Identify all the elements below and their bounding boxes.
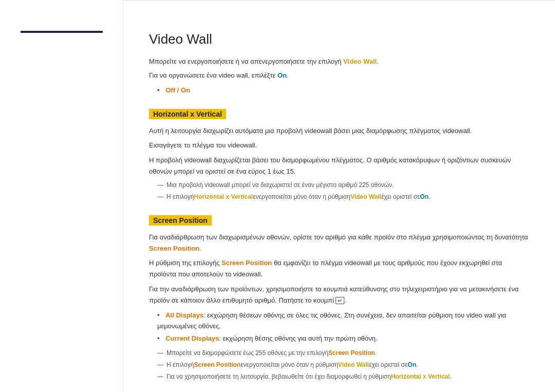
sp-p2-before: Η ρύθμιση της επιλογής xyxy=(149,259,221,267)
sp-p3-icon: ↵ xyxy=(336,297,344,304)
sp-current-highlight: Current Displays xyxy=(165,334,219,342)
hxv-note2-end-before: έχει οριστεί σε xyxy=(381,192,420,202)
section-format: Format Επιλέξτε τον τρόπο προβολής των ε… xyxy=(149,386,529,392)
sp-note3-after: . xyxy=(450,372,451,382)
sp-bullet-current: Current Displays: εκχώρηση θέσης οθόνης … xyxy=(157,333,529,344)
section-sp-note1: Μπορείτε να διαμορφώσετε έως 255 οθόνες … xyxy=(157,348,529,358)
intro-line2-before: Για να οργανώσετε ένα video wall, επιλέξ… xyxy=(149,71,278,79)
hxv-note2-middle: ενεργοποιείται μόνο όταν η ρύθμιση xyxy=(253,192,350,202)
section-hxv-p2: Εισαγάγετε το πλέγμα του videowall. xyxy=(149,140,529,151)
sp-all-after: : εκχώρηση θέσεων οθόνης σε όλες τις οθό… xyxy=(157,311,506,330)
hxv-note2-after: . xyxy=(429,192,430,202)
section-hxv-p1: Αυτή η λειτουργία διαχωρίζει αυτόματα μι… xyxy=(149,125,529,137)
sp-note2-middle: ενεργοποιείται μόνο όταν η ρύθμιση xyxy=(240,360,338,370)
sp-p2-highlight: Screen Position xyxy=(221,259,272,267)
intro-line1: Μπορείτε να ενεργοποιήσετε ή να απενεργο… xyxy=(149,57,529,67)
sp-p1-before: Για αναδιάρθρωση των διαχωρισμένων οθονώ… xyxy=(149,233,528,241)
sp-p3-text: Για την αναδιάρθρωση των προϊόντων, χρησ… xyxy=(149,285,519,304)
sp-note1-before: Μπορείτε να διαμορφώσετε έως 255 οθόνες … xyxy=(166,348,328,358)
sp-note1-highlight: Screen Position xyxy=(328,348,375,358)
sp-note2-end-before: έχει οριστεί σε xyxy=(369,360,408,370)
sp-all-highlight: All Displays xyxy=(165,311,203,319)
section-sp-p1: Για αναδιάρθρωση των διαχωρισμένων οθονώ… xyxy=(149,232,529,254)
sp-bullet-all: All Displays: εκχώρηση θέσεων οθόνης σε … xyxy=(157,310,529,332)
hxv-note2-before: Η επιλογή xyxy=(166,192,194,202)
section-sp-bullets: All Displays: εκχώρηση θέσεων οθόνης σε … xyxy=(157,310,529,344)
section-hxv: Horizontal x Vertical Αυτή η λειτουργία … xyxy=(149,100,529,202)
sidebar-accent xyxy=(21,31,103,33)
section-sp-note3: Για να χρησιμοποιήσετε τη λειτουργία, βε… xyxy=(157,372,529,382)
intro-bullets: Off / On xyxy=(157,85,529,96)
intro-bullet-offon: Off / On xyxy=(157,85,529,96)
sp-note2-highlight2: Video Wall xyxy=(338,360,369,370)
hxv-note2-highlight: Horizontal x Vertical xyxy=(194,192,253,202)
sp-current-after: : εκχώρηση θέσης οθόνης για αυτή την πρώ… xyxy=(219,334,377,342)
section-hxv-note2: Η επιλογή Horizontal x Vertical ενεργοπο… xyxy=(157,192,529,202)
sp-note2-after: . xyxy=(416,360,418,370)
hxv-note1-text: Μια προβολή videowall μπορεί να διαχωρισ… xyxy=(166,180,394,190)
page-title: Video Wall xyxy=(149,31,529,47)
intro-block: Μπορείτε να ενεργοποιήσετε ή να απενεργο… xyxy=(149,57,529,96)
section-sp-p3: Για την αναδιάρθρωση των προϊόντων, χρησ… xyxy=(149,284,529,306)
sp-p1-after: . xyxy=(199,245,201,252)
section-sp-heading: Screen Position xyxy=(149,215,212,226)
section-hxv-p3: Η προβολή videowall διαχωρίζεται βάσει τ… xyxy=(149,155,529,177)
sp-note2-before: Η επιλογή xyxy=(166,360,194,370)
section-sp: Screen Position Για αναδιάρθρωση των δια… xyxy=(149,206,529,382)
sp-note2-highlight: Screen Position xyxy=(194,360,240,370)
sp-note3-highlight: Horizontal x Vertical xyxy=(391,372,450,382)
intro-line2: Για να οργανώσετε ένα video wall, επιλέξ… xyxy=(149,70,529,81)
section-hxv-note1: Μια προβολή videowall μπορεί να διαχωρισ… xyxy=(157,180,529,190)
sp-note1-after: . xyxy=(375,348,377,358)
sp-note3-before: Για να χρησιμοποιήσετε τη λειτουργία, βε… xyxy=(166,372,391,382)
content-area: Video Wall Μπορείτε να ενεργοποιήσετε ή … xyxy=(123,0,555,392)
intro-line1-before: Μπορείτε να ενεργοποιήσετε ή να απενεργο… xyxy=(149,58,343,65)
section-sp-note2: Η επιλογή Screen Position ενεργοποιείται… xyxy=(157,360,529,370)
intro-line1-after: . xyxy=(377,58,379,65)
offon-highlight: Off / On xyxy=(165,86,190,94)
sp-note2-on: On xyxy=(408,360,416,370)
intro-on-highlight: On xyxy=(278,71,287,79)
sp-p3-after: . xyxy=(344,296,346,304)
sp-p1-highlight: Screen Position xyxy=(149,245,199,252)
hxv-note2-highlight2: Video Wall xyxy=(350,192,381,202)
intro-videowall-highlight: Video Wall xyxy=(343,58,377,65)
section-hxv-heading: Horizontal x Vertical xyxy=(149,109,226,119)
hxv-note2-on: On xyxy=(420,192,429,202)
section-sp-p2: Η ρύθμιση της επιλογής Screen Position θ… xyxy=(149,257,529,280)
intro-line2-after: . xyxy=(287,71,289,79)
sidebar xyxy=(0,0,123,392)
